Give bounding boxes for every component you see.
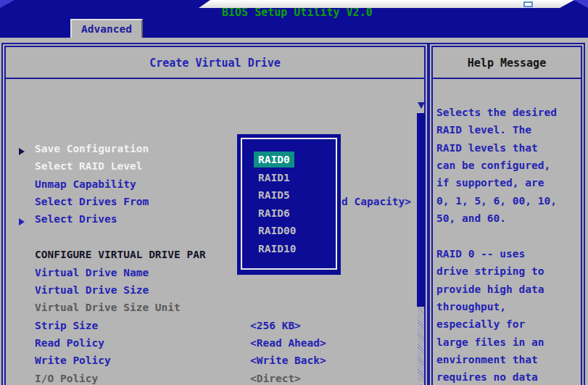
menu-list: Save Configuration Select RAID Level <RA… (12, 143, 421, 385)
row-virtual-drive-name[interactable]: Virtual Drive Name (12, 267, 421, 284)
bios-setup-screen: BIOS Setup Utility V2.0 Advanced Create … (0, 0, 588, 385)
menu-row-label: Virtual Drive Size (35, 284, 149, 296)
row-select-drives[interactable]: Select Drives (12, 213, 421, 231)
tab-advanced[interactable]: Advanced (70, 19, 143, 38)
menu-row-label: Select Drives From (35, 196, 149, 207)
menu-row-label: Virtual Drive Size Unit (35, 302, 181, 313)
menu-row-label: Select RAID Level (35, 160, 142, 172)
row-strip-size[interactable]: Strip Size <256 KB> (12, 320, 421, 337)
row-read-policy[interactable]: Read Policy <Read Ahead> (12, 337, 421, 355)
raid-option-label: RAID0 (254, 152, 294, 167)
create-virtual-drive-panel: Create Virtual Drive Save Configuration … (4, 46, 426, 385)
raid-option-raid10[interactable]: RAID10 (242, 241, 336, 259)
menu-row-label: CONFIGURE VIRTUAL DRIVE PAR (35, 249, 206, 260)
row-unmap-capability[interactable]: Unmap Capability (12, 178, 421, 196)
row-write-policy[interactable]: Write Policy <Write Back> (12, 355, 421, 372)
raid-option-label: RAID10 (258, 241, 296, 257)
raid-option-label: RAID6 (258, 205, 290, 221)
raid-option-label: RAID00 (258, 223, 296, 239)
menu-row-label: Save Configuration (35, 143, 149, 154)
help-panel-title: Help Message (433, 47, 581, 79)
row-io-policy: I/O Policy <Direct> (12, 373, 421, 385)
console-toolbar (199, 0, 574, 8)
raid-level-dropdown-list: RAID0 RAID1 RAID5 RAID6 RAID00 RAID10 (241, 138, 337, 270)
scroll-down-icon[interactable] (418, 102, 425, 109)
menu-row-label: Select Drives (35, 213, 117, 225)
help-text: Selects the desired RAID level. The RAID… (436, 104, 579, 385)
menu-row-label: I/O Policy (35, 373, 98, 384)
scrollbar-track[interactable] (418, 307, 424, 381)
menu-row-label: Unmap Capability (35, 178, 136, 190)
scrollbar-thumb[interactable] (417, 113, 425, 307)
menu-row-value: <256 KB> (250, 320, 301, 331)
raid-option-raid5[interactable]: RAID5 (242, 187, 336, 205)
row-select-drives-from[interactable]: Select Drives From d Capacity> (12, 196, 421, 213)
row-select-raid-level[interactable]: Select RAID Level <RAID0> (12, 160, 421, 178)
menu-row-value: <Direct> (250, 373, 301, 384)
submenu-arrow-icon (19, 148, 25, 155)
menu-row-value: <Read Ahead> (250, 337, 326, 349)
panel-title: Create Virtual Drive (6, 47, 424, 79)
checkbox-icon[interactable] (523, 1, 533, 7)
banner-corner-right (573, 0, 588, 8)
help-message-panel: Help Message Selects the desired RAID le… (431, 46, 582, 385)
raid-option-label: RAID5 (258, 187, 290, 203)
row-virtual-drive-size-unit: Virtual Drive Size Unit (12, 302, 421, 319)
raid-level-dropdown: RAID0 RAID1 RAID5 RAID6 RAID00 RAID10 (237, 134, 341, 275)
menu-row-label: Write Policy (35, 355, 111, 366)
submenu-arrow-icon (19, 218, 25, 225)
raid-option-raid1[interactable]: RAID1 (242, 170, 336, 188)
scrollbar[interactable] (417, 101, 426, 385)
raid-option-raid0[interactable]: RAID0 (242, 152, 336, 170)
banner-corner-left (0, 0, 15, 8)
menu-row-value: <Write Back> (250, 355, 326, 366)
menu-row-label: Virtual Drive Name (35, 267, 149, 278)
menu-row-value: d Capacity> (341, 196, 411, 207)
raid-option-raid00[interactable]: RAID00 (242, 223, 336, 241)
raid-option-raid6[interactable]: RAID6 (242, 205, 336, 223)
raid-option-label: RAID1 (258, 170, 290, 186)
row-blank (12, 231, 421, 249)
row-virtual-drive-size[interactable]: Virtual Drive Size (12, 284, 421, 302)
row-section-header: CONFIGURE VIRTUAL DRIVE PAR (12, 249, 421, 266)
menu-row-label: Read Policy (35, 337, 104, 349)
menu-row-label: Strip Size (35, 320, 98, 331)
row-save-configuration[interactable]: Save Configuration (12, 143, 421, 160)
screen-body: Create Virtual Drive Save Configuration … (0, 38, 588, 385)
